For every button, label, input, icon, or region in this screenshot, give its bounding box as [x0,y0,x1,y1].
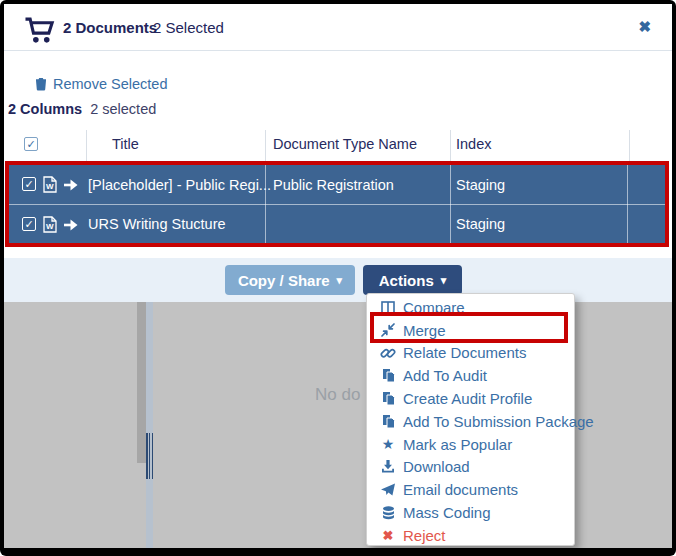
screenshot-frame: No do 2 Documents 2 Selected ✖ Remove Se… [0,0,676,556]
columns-selected-label: 2 selected [90,101,156,117]
menu-item-label: Download [403,458,470,475]
svg-text:W: W [46,182,54,191]
menu-item-label: Create Audit Profile [403,390,532,407]
menu-item-label: Merge [403,322,446,339]
menu-item-label: Reject [403,527,446,544]
compare-columns-icon [381,301,395,314]
modal-header: 2 Documents 2 Selected ✖ [4,4,672,51]
copy-pages-icon [382,414,395,429]
row-checkbox[interactable]: ✓ [22,217,36,231]
menu-item-add-to-submission-package[interactable]: Add To Submission Package [367,410,574,433]
menu-item-mark-as-popular[interactable]: ★ Mark as Popular [367,433,574,456]
cell-doc-type: Public Registration [273,177,394,193]
download-icon [381,460,395,473]
arrow-right-icon[interactable] [63,179,78,191]
documents-count-label: 2 Documents [63,19,157,36]
table-row[interactable]: ✓ W URS Writing Stucture Staging [9,204,665,243]
actions-button[interactable]: Actions ▾ [363,265,462,295]
column-divider [86,130,87,161]
chevron-down-icon: ▾ [337,274,343,287]
row-checkbox[interactable]: ✓ [22,177,36,191]
menu-item-label: Relate Documents [403,344,526,361]
send-plane-icon [381,483,395,496]
column-header-title[interactable]: Title [112,136,139,152]
copy-pages-icon [382,391,395,406]
copy-share-label: Copy / Share [238,272,330,289]
column-divider [450,130,451,161]
close-icon[interactable]: ✖ [638,17,651,37]
table-header: ✓ Title Document Type Name Index [4,130,672,161]
selected-rows-group: ✓ W [Placeholder] - Public Regi... Publi… [9,165,665,243]
empty-state-message: No do [315,385,360,405]
table-row[interactable]: ✓ W [Placeholder] - Public Regi... Publi… [9,165,665,204]
copy-share-button[interactable]: Copy / Share ▾ [225,265,355,295]
background-scrollbar[interactable] [137,302,146,463]
menu-item-email-documents[interactable]: Email documents [367,478,574,501]
actions-dropdown-menu: Compare Merge Relate Documents [366,293,575,546]
column-divider [629,130,630,161]
column-header-index[interactable]: Index [456,136,491,152]
remove-selected-button[interactable]: Remove Selected [35,76,167,92]
cart-icon[interactable] [24,16,56,44]
annotation-box-rows: ✓ W [Placeholder] - Public Regi... Publi… [5,161,669,247]
menu-item-mass-coding[interactable]: Mass Coding [367,501,574,524]
trash-icon [35,77,47,91]
menu-item-label: Email documents [403,481,518,498]
remove-selected-label: Remove Selected [53,76,167,92]
menu-item-reject[interactable]: ✖ Reject [367,524,574,547]
arrow-right-icon[interactable] [63,219,78,231]
columns-selector[interactable]: 2 Columns 2 selected [8,101,156,117]
app-screen: No do 2 Documents 2 Selected ✖ Remove Se… [4,4,672,548]
menu-item-label: Add To Submission Package [403,413,594,430]
actions-label: Actions [379,272,434,289]
menu-item-compare[interactable]: Compare [367,296,574,319]
menu-item-create-audit-profile[interactable]: Create Audit Profile [367,387,574,410]
cell-index: Staging [456,216,505,232]
menu-item-label: Mark as Popular [403,436,512,453]
chevron-down-icon: ▾ [441,274,447,287]
select-all-checkbox[interactable]: ✓ [24,137,38,151]
merge-icon [381,323,395,337]
documents-cart-modal: 2 Documents 2 Selected ✖ Remove Selected… [4,4,672,302]
menu-item-merge[interactable]: Merge [367,319,574,342]
copy-pages-icon [382,368,395,383]
word-document-icon: W [43,216,57,233]
link-icon [380,345,396,361]
word-document-icon: W [43,176,57,193]
cell-title: URS Writing Stucture [88,216,226,232]
menu-item-label: Add To Audit [403,367,487,384]
star-icon: ★ [380,436,396,452]
menu-item-download[interactable]: Download [367,456,574,479]
column-header-doc-type[interactable]: Document Type Name [273,136,417,152]
svg-text:W: W [46,222,54,231]
panel-splitter [146,302,153,548]
selected-count-label: 2 Selected [153,19,224,36]
splitter-grip-handle[interactable] [146,433,153,479]
reject-x-icon: ✖ [380,527,396,543]
database-icon [382,506,395,520]
column-divider [265,130,266,161]
columns-count-label: 2 Columns [8,101,82,117]
menu-item-add-to-audit[interactable]: Add To Audit [367,364,574,387]
cell-title: [Placeholder] - Public Regi... [88,177,271,193]
menu-item-label: Compare [403,299,465,316]
cell-index: Staging [456,177,505,193]
menu-item-relate-documents[interactable]: Relate Documents [367,342,574,365]
menu-item-label: Mass Coding [403,504,491,521]
